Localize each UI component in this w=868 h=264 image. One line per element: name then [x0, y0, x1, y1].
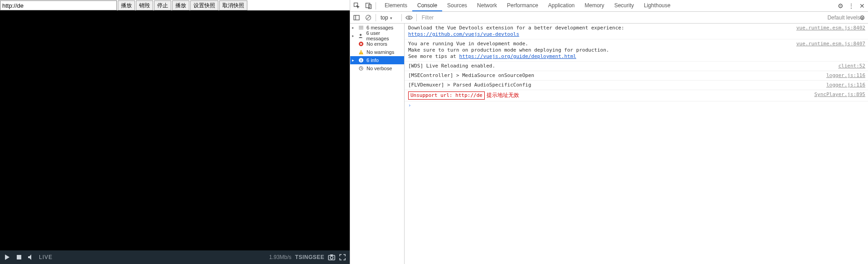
console-message: [MSEController] > MediaSource onSourceOp…	[405, 71, 868, 81]
settings-icon[interactable]: ⚙	[835, 1, 845, 11]
sidebar-item-label: 6 user messages	[366, 30, 401, 41]
message-source-link[interactable]: logger.js:116	[826, 72, 865, 79]
console-message: [FLVDemuxer] > Parsed AudioSpecificConfi…	[405, 81, 868, 90]
tab-lighthouse[interactable]: Lighthouse	[639, 0, 675, 11]
message-source-link[interactable]: client:52	[838, 63, 865, 69]
console-message: Unsupport url: http://de提示地址无效SyncPlayer…	[405, 90, 868, 101]
set-snapshot-button[interactable]: 设置快照	[190, 0, 218, 10]
player-toolbar: 播放 销毁 停止 播放 设置快照 取消快照	[0, 0, 350, 10]
console-settings-icon[interactable]: ⚙	[857, 13, 867, 23]
svg-rect-9	[354, 15, 359, 20]
svg-marker-0	[5, 254, 10, 260]
message-link[interactable]: https://vuejs.org/guide/deployment.html	[459, 53, 576, 59]
close-devtools-icon[interactable]: ✕	[857, 1, 867, 11]
error-annotation: 提示地址无效	[487, 92, 519, 98]
stop-icon[interactable]	[15, 254, 23, 261]
svg-rect-1	[17, 255, 21, 259]
tab-application[interactable]: Application	[543, 0, 580, 11]
svg-rect-7	[366, 3, 370, 8]
play-icon[interactable]	[4, 254, 11, 261]
volume-icon[interactable]	[27, 254, 34, 261]
message-link[interactable]: https://github.com/vuejs/vue-devtools	[408, 31, 519, 37]
svg-rect-5	[330, 254, 333, 256]
console-message: You are running Vue in development mode.…	[405, 39, 868, 62]
toggle-sidebar-icon[interactable]	[352, 13, 361, 22]
sidebar-item[interactable]: No warnings	[350, 48, 404, 56]
tab-elements[interactable]: Elements	[380, 0, 412, 11]
svg-point-13	[408, 17, 410, 19]
message-text: [FLVDemuxer] > Parsed AudioSpecificConfi…	[408, 82, 822, 88]
message-text: Download the Vue Devtools extension for …	[408, 25, 792, 38]
info-icon	[358, 58, 364, 63]
tab-network[interactable]: Network	[472, 0, 502, 11]
sidebar-item[interactable]: No verbose	[350, 64, 404, 72]
user-icon	[358, 33, 363, 38]
destroy-button[interactable]: 销毁	[136, 0, 153, 10]
message-source-link[interactable]: vue.runtime.esm.js:8407	[796, 41, 865, 60]
message-text: Unsupport url: http://de提示地址无效	[408, 91, 810, 100]
console-message: Download the Vue Devtools extension for …	[405, 24, 868, 39]
devtools-header: ElementsConsoleSourcesNetworkPerformance…	[350, 0, 868, 12]
fullscreen-icon[interactable]	[339, 254, 346, 261]
message-source-link[interactable]: SyncPlayer.js:895	[814, 91, 865, 100]
stop-button[interactable]: 停止	[154, 0, 171, 10]
message-text: [MSEController] > MediaSource onSourceOp…	[408, 72, 822, 79]
play-button-1[interactable]: 播放	[118, 0, 135, 10]
live-expressions-icon[interactable]	[405, 13, 414, 22]
error-icon	[358, 41, 364, 47]
devtools-pane: ElementsConsoleSourcesNetworkPerformance…	[350, 0, 868, 264]
tab-performance[interactable]: Performance	[502, 0, 543, 11]
svg-line-12	[366, 16, 370, 19]
video-control-bar: LIVE 1.93Mb/s TSINGSEE	[0, 250, 350, 264]
player-pane: 播放 销毁 停止 播放 设置快照 取消快照 LIVE 1.93Mb/s TSIN…	[0, 0, 350, 264]
list-icon	[358, 25, 364, 30]
sidebar-item-label: No verbose	[366, 66, 392, 71]
clear-console-icon[interactable]	[364, 13, 373, 22]
svg-rect-23	[361, 59, 361, 59]
tab-memory[interactable]: Memory	[580, 0, 609, 11]
svg-point-17	[360, 34, 362, 36]
tab-sources[interactable]: Sources	[442, 0, 472, 11]
snapshot-icon[interactable]	[328, 254, 335, 261]
message-text: You are running Vue in development mode.…	[408, 41, 792, 60]
expand-arrow-icon: ▸	[352, 34, 355, 38]
verbose-icon	[358, 66, 364, 71]
tab-console[interactable]: Console	[412, 0, 442, 11]
expand-arrow-icon: ▸	[352, 25, 356, 30]
more-icon[interactable]: ⋮	[846, 1, 856, 11]
play-button-2[interactable]: 播放	[172, 0, 189, 10]
device-toggle-icon[interactable]	[364, 1, 374, 11]
live-label: LIVE	[39, 254, 53, 260]
console-message: [WDS] Live Reloading enabled.client:52	[405, 62, 868, 71]
expand-arrow-icon: ▸	[352, 58, 356, 62]
cancel-snapshot-button[interactable]: 取消快照	[219, 0, 247, 10]
console-filter-input[interactable]	[420, 13, 474, 22]
execution-context-select[interactable]: top	[379, 14, 399, 21]
svg-rect-19	[361, 51, 361, 53]
console-toolbar: top Default levels ⚙	[350, 12, 868, 24]
console-sidebar: ▸6 messages▸6 user messagesNo errorsNo w…	[350, 24, 405, 264]
console-prompt[interactable]: ›	[405, 101, 868, 109]
inspect-element-icon[interactable]	[352, 1, 362, 11]
message-source-link[interactable]: logger.js:116	[826, 82, 865, 88]
sidebar-item[interactable]: ▸6 info	[350, 56, 404, 64]
svg-rect-22	[361, 60, 361, 62]
svg-rect-20	[361, 53, 361, 54]
bitrate-label: 1.93Mb/s	[269, 254, 291, 260]
sidebar-item-label: No warnings	[366, 49, 394, 55]
sidebar-item[interactable]: ▸6 user messages	[350, 32, 404, 40]
tab-security[interactable]: Security	[609, 0, 639, 11]
brand-logo: TSINGSEE	[295, 254, 324, 260]
sidebar-item-label: 6 info	[366, 58, 379, 63]
video-viewport[interactable]: LIVE 1.93Mb/s TSINGSEE	[0, 10, 350, 264]
sidebar-item-label: 6 messages	[366, 25, 393, 30]
console-output: Download the Vue Devtools extension for …	[405, 24, 868, 264]
message-source-link[interactable]: vue.runtime.esm.js:8402	[796, 25, 865, 38]
svg-point-4	[330, 256, 333, 259]
message-text: [WDS] Live Reloading enabled.	[408, 63, 834, 69]
warning-icon	[358, 49, 364, 55]
sidebar-item-label: No errors	[366, 41, 387, 47]
stream-url-input[interactable]	[0, 0, 117, 10]
svg-marker-2	[28, 254, 31, 260]
devtools-tabs: ElementsConsoleSourcesNetworkPerformance…	[380, 0, 675, 11]
